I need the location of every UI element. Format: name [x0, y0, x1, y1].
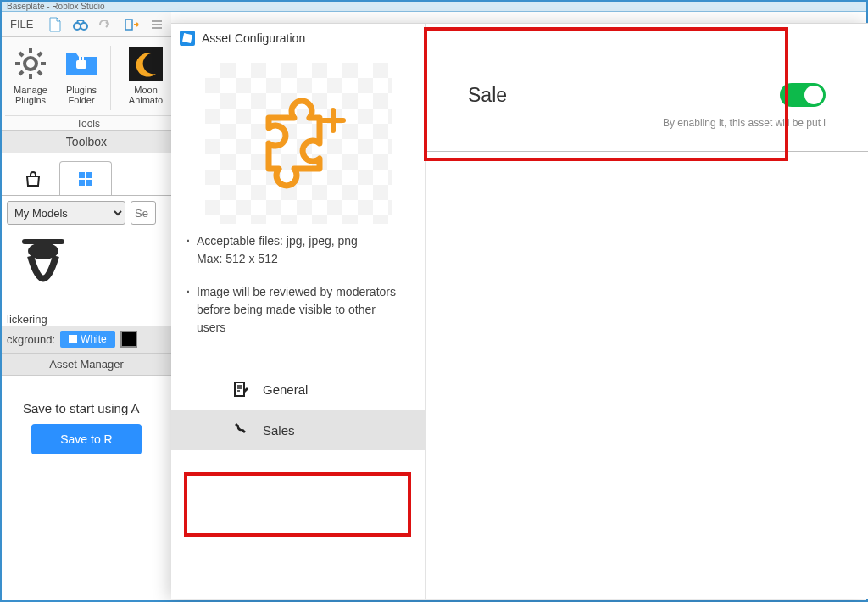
svg-line-13: [19, 71, 23, 75]
binoculars-icon[interactable]: [70, 14, 91, 35]
moon-animator-button[interactable]: Moon Animato: [120, 41, 171, 115]
plugins-folder-button[interactable]: Plugins Folder: [56, 41, 107, 115]
new-file-icon[interactable]: [45, 14, 65, 35]
manage-plugins-button[interactable]: Manage Plugins: [5, 41, 56, 115]
nav-general-label: General: [263, 382, 308, 397]
folder-icon: [64, 46, 99, 81]
puzzle-icon: [243, 88, 353, 198]
app-frame: Baseplate - Roblox Studio FILE: [0, 0, 868, 602]
ribbon-group-label: Tools: [5, 115, 171, 130]
sale-toggle[interactable]: [780, 83, 826, 107]
left-column: FILE: [2, 12, 171, 600]
svg-point-5: [25, 58, 36, 70]
window-titlebar: Baseplate - Roblox Studio: [2, 2, 866, 12]
svg-rect-14: [76, 60, 86, 69]
svg-rect-16: [82, 57, 84, 61]
toggle-knob: [804, 86, 823, 104]
model-item-label: lickering: [2, 313, 171, 326]
svg-rect-3: [152, 24, 162, 25]
sale-subtext: By enabling it, this asset will be put i: [459, 112, 834, 151]
lamp-icon: [14, 237, 73, 305]
svg-rect-20: [79, 180, 85, 186]
document-edit-icon: [232, 381, 249, 398]
nav-sales[interactable]: Sales: [171, 410, 425, 450]
redo-icon[interactable]: [96, 14, 116, 35]
gear-icon: [13, 46, 48, 81]
svg-rect-18: [79, 172, 85, 178]
asset-manager-hint: Save to start using A: [2, 376, 171, 424]
background-row: ckground: White: [2, 326, 171, 353]
upload-hints: Acceptable files: jpg, jpeg, png Max: 51…: [171, 232, 425, 369]
asset-manager-header: Asset Manager: [2, 353, 171, 376]
model-thumbnail[interactable]: [8, 237, 78, 306]
toolbox-tab-marketplace[interactable]: [7, 161, 59, 195]
background-black-chip[interactable]: [120, 331, 137, 348]
search-input[interactable]: [131, 201, 156, 225]
svg-rect-25: [182, 33, 192, 43]
svg-line-10: [19, 53, 23, 56]
nav-general[interactable]: General: [171, 369, 425, 410]
sale-label: Sale: [468, 84, 507, 107]
nav-sales-label: Sales: [263, 423, 295, 438]
toolbox-tab-inventory[interactable]: [59, 161, 112, 195]
dialog-title-row: Asset Configuration: [171, 24, 425, 53]
category-select[interactable]: My Models: [7, 201, 125, 225]
svg-rect-15: [79, 57, 81, 61]
bag-icon: [25, 170, 42, 187]
ribbon: Manage Plugins Plugins Folder Moon Anim: [2, 37, 171, 131]
ribbon-group-tools: Manage Plugins Plugins Folder Moon Anim: [5, 41, 171, 130]
sale-row: Sale: [459, 49, 834, 112]
window-title: Baseplate - Roblox Studio: [7, 2, 105, 11]
export-icon[interactable]: [121, 14, 142, 35]
svg-rect-24: [22, 239, 64, 244]
svg-rect-21: [86, 180, 92, 186]
menu-dots-icon[interactable]: [147, 14, 167, 35]
grid-icon: [77, 170, 94, 187]
save-button[interactable]: Save to R: [31, 424, 141, 454]
svg-rect-19: [86, 172, 92, 178]
svg-rect-2: [152, 20, 162, 22]
file-menu[interactable]: FILE: [2, 12, 42, 36]
svg-point-0: [74, 23, 81, 30]
plugins-folder-label: Plugins Folder: [56, 85, 107, 105]
dialog-right-panel: Sale By enabling it, this asset will be …: [426, 24, 868, 599]
svg-rect-28: [235, 382, 244, 396]
quick-access-toolbar: FILE: [2, 12, 171, 37]
svg-line-11: [38, 71, 42, 75]
roblox-app-icon: [180, 31, 195, 46]
toolbox-header: Toolbox: [2, 131, 171, 153]
hint-review: Image will be reviewed by moderators bef…: [197, 283, 403, 337]
dialog-title: Asset Configuration: [202, 31, 305, 45]
background-white-chip[interactable]: White: [60, 331, 115, 348]
asset-configuration-dialog: Asset Configuration Acceptable files: jp…: [171, 23, 868, 599]
tools-icon: [232, 421, 249, 438]
background-label: ckground:: [7, 333, 55, 346]
toolbox-tabs: [2, 153, 171, 196]
divider: [426, 151, 868, 152]
moon-animator-label: Moon Animato: [120, 85, 171, 105]
dialog-left-panel: Asset Configuration Acceptable files: jp…: [171, 24, 426, 599]
hint-acceptable-files: Acceptable files: jpg, jpeg, png Max: 51…: [197, 232, 403, 268]
manage-plugins-label: Manage Plugins: [5, 85, 56, 105]
svg-line-12: [38, 53, 42, 56]
moon-icon: [128, 46, 164, 81]
svg-point-1: [81, 23, 87, 30]
svg-rect-4: [152, 27, 162, 29]
toolbox-filter-row: My Models: [2, 196, 171, 230]
dialog-nav: General Sales: [171, 369, 425, 450]
asset-thumbnail-upload[interactable]: [205, 63, 392, 224]
